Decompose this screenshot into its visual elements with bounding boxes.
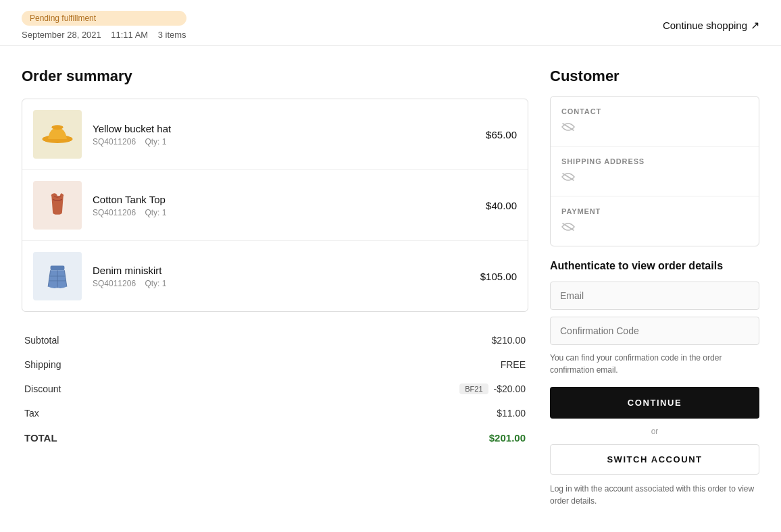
order-items-count: 3 items: [158, 30, 186, 40]
total-row: TOTAL $201.00: [24, 425, 526, 450]
continue-shopping-link[interactable]: Continue shopping ↗: [663, 19, 759, 32]
auth-section: Authenticate to view order details You c…: [550, 260, 759, 507]
order-items-box: Yellow bucket hat SQ4011206 Qty: 1 $65.0…: [22, 99, 528, 312]
tax-label: Tax: [24, 408, 39, 419]
order-meta: September 28, 2021 11:11 AM 3 items: [22, 30, 186, 40]
switch-hint: Log in with the account associated with …: [550, 483, 759, 507]
continue-button[interactable]: CONTINUE: [550, 387, 759, 419]
item-meta: SQ4011206 Qty: 1: [93, 279, 470, 288]
shipping-value: FREE: [501, 359, 526, 370]
total-value: $201.00: [489, 432, 526, 444]
shipping-label: Shipping: [24, 359, 61, 370]
item-info: Yellow bucket hat SQ4011206 Qty: 1: [93, 123, 475, 147]
item-image-bag: [33, 181, 82, 230]
tax-value: $11.00: [497, 408, 526, 419]
item-image-skirt: [33, 252, 82, 300]
eye-slash-icon: [561, 121, 575, 134]
item-name: Denim miniskirt: [93, 265, 470, 276]
discount-row: Discount BF21 -$20.00: [24, 377, 526, 401]
or-divider: or: [550, 427, 759, 436]
item-info: Denim miniskirt SQ4011206 Qty: 1: [93, 265, 470, 288]
pending-badge: Pending fulfillment: [22, 11, 186, 26]
order-totals: Subtotal $210.00 Shipping FREE Discount …: [22, 328, 528, 450]
switch-account-button[interactable]: SWITCH ACCOUNT: [550, 444, 759, 475]
eye-slash-icon: [561, 221, 575, 234]
auth-hint: You can find your confirmation code in t…: [550, 352, 759, 376]
external-link-icon: ↗: [751, 19, 759, 32]
customer-box: CONTACT SHIPPING ADDRESS: [550, 96, 759, 246]
contact-label: CONTACT: [561, 107, 748, 115]
auth-title: Authenticate to view order details: [550, 260, 759, 272]
shipping-section: SHIPPING ADDRESS: [551, 147, 759, 196]
confirmation-code-input[interactable]: [550, 317, 759, 345]
item-meta: SQ4011206 Qty: 1: [93, 208, 475, 217]
item-image-hat: [33, 110, 82, 159]
order-item: Yellow bucket hat SQ4011206 Qty: 1 $65.0…: [22, 99, 528, 170]
total-label: TOTAL: [24, 432, 57, 444]
item-info: Cotton Tank Top SQ4011206 Qty: 1: [93, 194, 475, 217]
item-name: Cotton Tank Top: [93, 194, 475, 205]
order-date: September 28, 2021: [22, 30, 101, 40]
subtotal-label: Subtotal: [24, 335, 59, 346]
email-input[interactable]: [550, 282, 759, 310]
item-price: $40.00: [486, 200, 517, 211]
shipping-label: SHIPPING ADDRESS: [561, 157, 748, 165]
order-time: 11:11 AM: [111, 30, 148, 40]
subtotal-row: Subtotal $210.00: [24, 328, 526, 352]
discount-right: BF21 -$20.00: [459, 383, 526, 394]
contact-section: CONTACT: [551, 97, 759, 147]
item-price: $105.00: [480, 271, 517, 282]
discount-value: -$20.00: [494, 383, 526, 394]
shipping-row: Shipping FREE: [24, 352, 526, 377]
subtotal-value: $210.00: [491, 335, 526, 346]
customer-title: Customer: [550, 68, 759, 85]
payment-section: PAYMENT: [551, 196, 759, 246]
item-meta: SQ4011206 Qty: 1: [93, 137, 475, 147]
order-summary-title: Order summary: [22, 68, 528, 85]
svg-rect-2: [51, 265, 65, 270]
eye-slash-icon: [561, 171, 575, 184]
order-item: Denim miniskirt SQ4011206 Qty: 1 $105.00: [22, 241, 528, 311]
discount-code: BF21: [459, 383, 488, 394]
discount-label: Discount: [24, 383, 61, 394]
item-name: Yellow bucket hat: [93, 123, 475, 134]
tax-row: Tax $11.00: [24, 401, 526, 425]
svg-point-1: [51, 125, 63, 130]
order-item: Cotton Tank Top SQ4011206 Qty: 1 $40.00: [22, 170, 528, 241]
payment-label: PAYMENT: [561, 207, 748, 215]
item-price: $65.00: [486, 129, 517, 140]
